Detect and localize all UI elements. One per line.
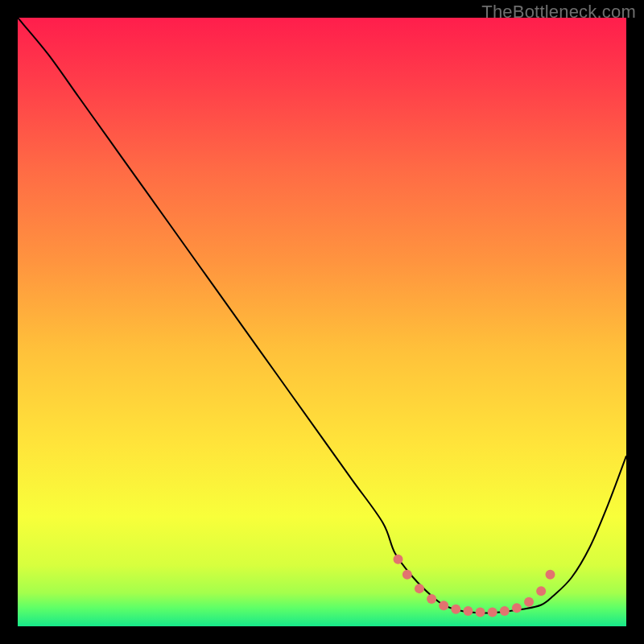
gradient-background [18, 18, 626, 626]
optimal-dot [439, 601, 448, 610]
plot-area [18, 18, 626, 626]
optimal-dot [402, 570, 412, 580]
optimal-dot [463, 606, 473, 616]
bottleneck-chart [18, 18, 626, 626]
optimal-dot [500, 606, 510, 616]
optimal-dot [451, 605, 460, 614]
optimal-dot [512, 603, 522, 613]
optimal-dot [488, 608, 497, 617]
optimal-dot [546, 570, 555, 580]
chart-frame: TheBottleneck.com [0, 0, 644, 644]
optimal-dot [427, 594, 436, 604]
optimal-dot [394, 555, 403, 564]
optimal-dot [476, 608, 485, 617]
optimal-dot [536, 586, 546, 596]
optimal-dot [524, 597, 534, 607]
optimal-dot [415, 584, 424, 593]
